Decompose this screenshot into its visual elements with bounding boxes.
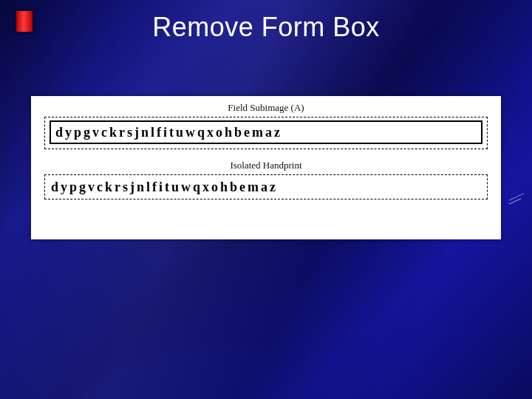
form-box: dypgvckrsjnlfituwqxohbemaz — [50, 120, 482, 144]
figure-panel: Field Subimage (A) dypgvckrsjnlfituwqxoh… — [31, 96, 501, 239]
isolated-handprint-dashed-frame: dypgvckrsjnlfituwqxohbemaz — [44, 174, 488, 200]
slide-title: Remove Form Box — [0, 12, 532, 43]
handprint-text-a: dypgvckrsjnlfituwqxohbemaz — [55, 124, 282, 140]
caption-isolated-handprint: Isolated Handprint — [41, 160, 491, 171]
caption-field-subimage: Field Subimage (A) — [41, 102, 491, 114]
decorative-scratch-icon — [507, 189, 526, 208]
handprint-text-b: dypgvckrsjnlfituwqxohbemaz — [51, 179, 278, 195]
field-subimage-dashed-frame: dypgvckrsjnlfituwqxohbemaz — [44, 117, 488, 149]
